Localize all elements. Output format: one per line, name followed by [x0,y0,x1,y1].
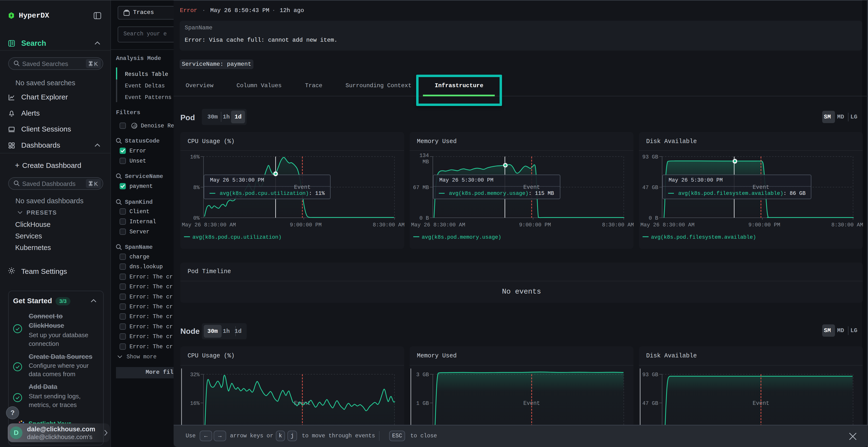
svg-text:0 B: 0 B [649,215,658,221]
svg-text:8:30:00 AM: 8:30:00 AM [831,222,863,228]
svg-text:9:00:00 PM: 9:00:00 PM [519,222,551,228]
svg-text:67 MB: 67 MB [413,185,429,191]
svg-text:47 GB: 47 GB [642,401,658,407]
svg-text:MB: MB [423,159,429,165]
svg-text:May 26 8:30:00 AM: May 26 8:30:00 AM [641,222,694,228]
svg-text:avg(k8s.pod.cpu.utilization): avg(k8s.pod.cpu.utilization) [192,234,282,240]
svg-text:16%: 16% [190,401,199,407]
svg-text:8%: 8% [193,185,200,191]
svg-text:May 26 8:30:00 AM: May 26 8:30:00 AM [411,222,465,228]
svg-text:avg(k8s.pod.memory.usage): avg(k8s.pod.memory.usage) [422,234,501,240]
svg-text:0 B: 0 B [419,215,429,221]
svg-text:16%: 16% [190,154,199,160]
svg-text:9:00:00 PM: 9:00:00 PM [290,222,322,228]
svg-text:93 GB: 93 GB [642,154,658,160]
svg-text:32%: 32% [190,372,199,378]
svg-text:0%: 0% [193,215,200,221]
svg-text:9:00:00 PM: 9:00:00 PM [748,222,780,228]
svg-text:3 GB: 3 GB [416,372,429,378]
svg-text:47 GB: 47 GB [642,185,658,191]
svg-text:avg(k8s.pod.filesystem.availab: avg(k8s.pod.filesystem.available) [651,234,756,240]
svg-text:8:30:00 AM: 8:30:00 AM [373,222,405,228]
svg-text:93 GB: 93 GB [642,372,658,378]
svg-text:May 26 8:30:00 AM: May 26 8:30:00 AM [182,222,236,228]
svg-text:1 GB: 1 GB [416,401,429,407]
svg-text:134: 134 [419,153,429,159]
svg-text:8:30:00 AM: 8:30:00 AM [602,222,634,228]
